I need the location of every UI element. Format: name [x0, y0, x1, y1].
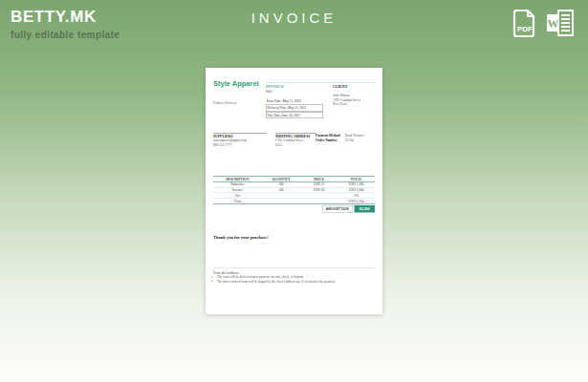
terms-section: Terms & Conditions The items will be del… [213, 271, 375, 284]
item-description: Bathrobes [213, 182, 262, 186]
header-divider [266, 82, 375, 83]
amount-due-strip: AMOUNT DUE $3,264 [213, 205, 375, 213]
col-total: TOTAL [338, 177, 375, 180]
client-block: CLIENT John Watson 1762 Crandan Street N… [333, 84, 376, 106]
item-total: USD 2,000 [338, 188, 375, 192]
shipping-address-line2: USA [275, 142, 316, 146]
total-value: USD 3,264 [338, 199, 375, 202]
invoice-doc-title: INVOICE [266, 84, 284, 89]
invoice-company-subtitle: Fashion Division [213, 101, 236, 105]
total-label: Total [213, 199, 262, 202]
invoice-dates: Issue Date: May 11, 2021 Delivery Date: … [266, 98, 323, 118]
svg-text:W: W [548, 17, 559, 31]
item-quantity: 100 [262, 182, 301, 186]
client-address-line2: New York [333, 102, 376, 106]
total-row: Total USD 3,264 [213, 199, 375, 204]
suppliers-block: SUPPLIERS styleapparel@gmail.com 888 555… [213, 133, 267, 147]
order-number-label: Order Number [316, 138, 345, 143]
col-description: DESCRIPTION [213, 177, 262, 180]
payment-block: Payment Method Bank Transfer Order Numbe… [316, 134, 375, 142]
invoice-number: #001 [266, 90, 272, 94]
item-total: USD 1,200 [338, 182, 375, 186]
shipping-block: SHIPPING ADDRESS 1762 Crandan Street, US… [275, 133, 316, 147]
item-quantity: 100 [262, 188, 301, 192]
terms-item: The above ordered items will be shipped … [217, 279, 375, 283]
tax-value: 2% [338, 194, 375, 198]
word-file-icon: W [546, 9, 575, 37]
line-items-table: DESCRIPTION QUANTITY PRICE TOTAL Bathrob… [213, 176, 375, 204]
item-price: USD 20 [300, 188, 338, 192]
client-heading: CLIENT [333, 84, 376, 89]
terms-heading: Terms & Conditions [213, 271, 375, 275]
invoice-company-name: Style Apparel [213, 79, 259, 88]
pdf-file-icon: PDF [512, 9, 537, 37]
supplier-phone: 888 555 7777 [213, 142, 267, 146]
invoice-page: Style Apparel Fashion Division INVOICE #… [206, 68, 382, 314]
col-price: PRICE [300, 177, 338, 180]
amount-due-value: $3,264 [354, 205, 375, 213]
tax-label: Tax [213, 194, 262, 198]
issue-date: Issue Date: May 11, 2021 [266, 98, 323, 104]
delivery-date: Delivery Date: May 11, 2021 [266, 105, 323, 112]
page-title: INVOICE [0, 10, 588, 26]
thank-you-note: Thank you for your purchase! [213, 235, 269, 240]
item-description: Sweater [213, 188, 262, 192]
brand-tagline: fully editable template [11, 30, 120, 40]
col-quantity: QUANTITY [262, 177, 301, 180]
order-number-value: #1234 [345, 138, 354, 143]
download-pdf-button[interactable]: PDF [511, 8, 539, 37]
svg-text:PDF: PDF [517, 25, 533, 33]
item-price: USD 12 [300, 182, 338, 186]
amount-due-label: AMOUNT DUE [322, 205, 353, 213]
invoice-preview[interactable]: Style Apparel Fashion Division INVOICE #… [206, 68, 382, 314]
terms-divider [213, 267, 375, 268]
download-buttons: PDF W [511, 8, 575, 37]
download-word-button[interactable]: W [546, 8, 575, 37]
due-date: Due Date: June 10, 2021 [266, 112, 323, 118]
